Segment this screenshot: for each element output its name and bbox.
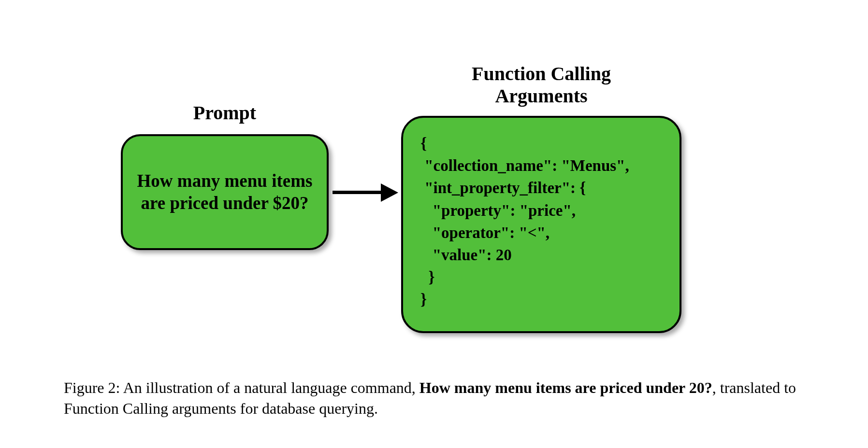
prompt-text: How many menu itemsare priced under $20? bbox=[137, 170, 313, 215]
function-calling-box: { "collection_name": "Menus", "int_prope… bbox=[401, 116, 681, 333]
arrow-icon bbox=[333, 186, 400, 199]
diagram-container: Prompt Function CallingArguments How man… bbox=[0, 0, 868, 63]
function-calling-heading: Function CallingArguments bbox=[401, 63, 681, 107]
prompt-heading: Prompt bbox=[121, 101, 329, 124]
caption-bold: How many menu items are priced under 20? bbox=[420, 379, 712, 396]
prompt-box: How many menu itemsare priced under $20? bbox=[121, 134, 329, 250]
caption-prefix: Figure 2: An illustration of a natural l… bbox=[64, 379, 420, 396]
arrow-shaft bbox=[333, 191, 385, 194]
figure-caption: Figure 2: An illustration of a natural l… bbox=[64, 378, 798, 419]
arrow-head bbox=[381, 183, 398, 202]
function-calling-code: { "collection_name": "Menus", "int_prope… bbox=[420, 132, 662, 311]
